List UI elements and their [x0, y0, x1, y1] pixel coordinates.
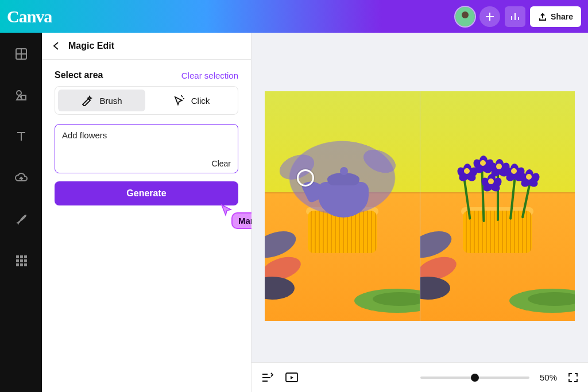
svg-rect-9 — [16, 263, 19, 266]
rail-apps[interactable] — [14, 253, 29, 268]
topbar: Canva Share — [0, 0, 588, 33]
svg-rect-11 — [24, 263, 27, 266]
brush-mode-button[interactable]: Brush — [58, 90, 145, 111]
avatar[interactable] — [455, 7, 475, 26]
svg-rect-8 — [24, 259, 27, 262]
svg-rect-5 — [24, 255, 27, 258]
panel-header: Magic Edit — [42, 33, 251, 60]
zoom-slider[interactable] — [420, 377, 529, 379]
apps-icon — [14, 254, 28, 267]
svg-point-1 — [17, 91, 21, 95]
brush-cursor-ring — [297, 169, 314, 187]
prompt-value: Add flowers — [62, 130, 231, 140]
insights-button[interactable] — [505, 6, 525, 27]
rail-uploads[interactable] — [14, 170, 29, 185]
svg-rect-3 — [16, 255, 19, 258]
notes-icon[interactable] — [261, 371, 273, 384]
share-label: Share — [551, 12, 573, 21]
design-stage[interactable] — [265, 91, 575, 321]
fullscreen-icon[interactable] — [567, 372, 579, 383]
selection-mode-toggle: Brush Click — [55, 86, 238, 115]
svg-rect-10 — [20, 263, 23, 266]
cursor-pointer-icon — [220, 204, 233, 216]
canva-logo: Canva — [7, 7, 52, 26]
invite-button[interactable] — [479, 6, 500, 27]
prompt-input[interactable]: Add flowers Clear — [55, 124, 238, 173]
bottom-bar: 50% — [252, 362, 588, 392]
image-after — [420, 91, 575, 321]
svg-rect-7 — [20, 259, 23, 262]
panel-title: Magic Edit — [68, 41, 114, 51]
zoom-thumb[interactable] — [471, 374, 479, 382]
generate-label: Generate — [126, 188, 166, 199]
generate-button[interactable]: Generate — [55, 181, 238, 205]
magic-brush-icon — [81, 95, 94, 106]
upload-icon — [538, 12, 547, 21]
zoom-value: 50% — [540, 372, 557, 382]
topbar-actions: Share — [455, 6, 581, 27]
canvas-area: 50% — [252, 33, 588, 392]
prompt-clear-button[interactable]: Clear — [212, 159, 231, 168]
rail-text[interactable] — [14, 129, 29, 144]
share-button[interactable]: Share — [530, 6, 581, 27]
select-area-label: Select area — [55, 70, 103, 80]
click-label: Click — [191, 96, 210, 106]
rail-elements[interactable] — [14, 88, 29, 103]
rail-templates[interactable] — [14, 46, 29, 61]
click-cursor-icon — [173, 95, 185, 106]
chevron-left-icon[interactable] — [51, 41, 61, 51]
click-mode-button[interactable]: Click — [148, 90, 235, 111]
magic-edit-panel: Magic Edit Select area Clear selection B… — [42, 33, 252, 392]
svg-rect-6 — [16, 259, 19, 262]
shapes-icon — [14, 88, 28, 102]
rail-draw[interactable] — [14, 212, 29, 227]
templates-icon — [14, 47, 28, 61]
clear-selection-link[interactable]: Clear selection — [181, 71, 238, 80]
cloud-upload-icon — [14, 171, 28, 185]
text-icon — [14, 130, 28, 143]
image-before — [265, 91, 420, 321]
teapot-graphic — [308, 167, 377, 220]
brush-label: Brush — [99, 96, 122, 106]
brush-icon — [14, 212, 28, 226]
present-icon[interactable] — [285, 372, 299, 383]
plus-icon — [485, 11, 495, 22]
bar-chart-icon — [509, 11, 521, 22]
left-rail — [0, 33, 42, 392]
svg-rect-4 — [20, 255, 23, 258]
flowers-graphic — [448, 146, 546, 221]
